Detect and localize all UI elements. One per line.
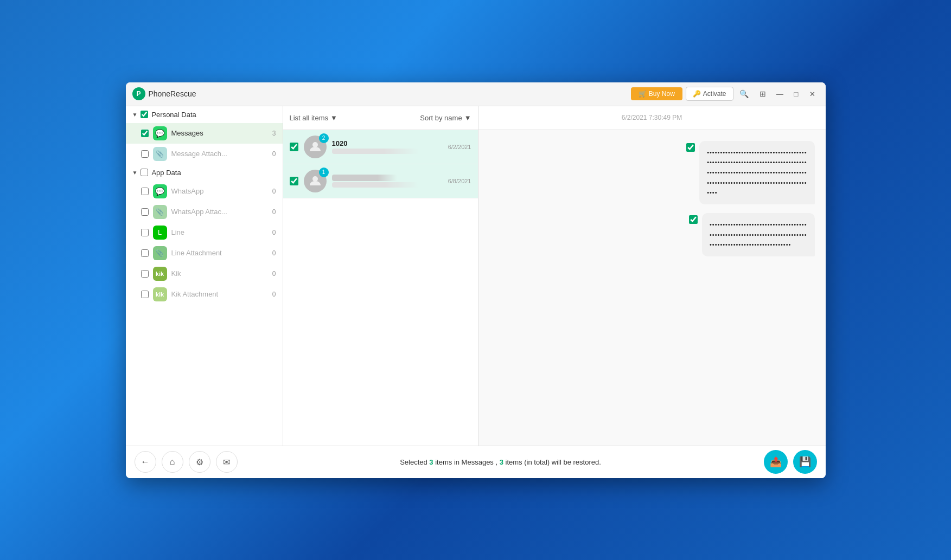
bubble-0: •••••••••••••••••••••••••••••••••••••• •…	[699, 141, 814, 204]
line-attach-count: 0	[267, 249, 276, 257]
bubble-dots-1: ••••••••••••••••••••••••••••••••••••• ••…	[710, 220, 807, 250]
kik-count: 0	[267, 270, 276, 278]
chat-bubble-0-checkbox[interactable]	[686, 143, 695, 152]
chat-bubble-1-checkbox[interactable]	[689, 215, 698, 224]
whatsapp-attach-count: 0	[267, 208, 276, 216]
kik-attach-label: Kik Attachment	[171, 290, 263, 298]
sidebar-item-whatsapp[interactable]: 💬 WhatsApp 0	[126, 181, 283, 202]
titlebar-actions: 🛒 Buy Now 🔑 Activate 🔍 ⊞ — □ ✕	[631, 86, 819, 101]
whatsapp-label: WhatsApp	[171, 187, 263, 195]
search-icon: 🔍	[739, 89, 749, 98]
grid-button[interactable]: ⊞	[755, 86, 770, 101]
count2: 3	[500, 458, 503, 466]
search-button[interactable]: 🔍	[737, 86, 752, 101]
whatsapp-attach-icon: 📎	[153, 205, 167, 219]
app-data-checkbox[interactable]	[141, 169, 148, 176]
back-icon: ←	[141, 457, 150, 467]
personal-data-section-header[interactable]: ▼ Personal Data	[126, 106, 283, 123]
message-item-1-checkbox[interactable]	[290, 177, 298, 185]
messages-icon: 💬	[153, 126, 167, 140]
personal-data-checkbox[interactable]	[141, 111, 148, 118]
sidebar-item-messages[interactable]: 💬 Messages 3	[126, 123, 283, 144]
panel-toolbar: List all items ▼ Sort by name ▼	[283, 106, 478, 130]
sidebar-item-line[interactable]: L Line 0	[126, 222, 283, 243]
minimize-button[interactable]: —	[774, 87, 787, 100]
app-title: PhoneRescue	[149, 89, 196, 98]
app-logo-icon: P	[132, 87, 145, 100]
line-checkbox[interactable]	[141, 229, 149, 236]
middle-panel: List all items ▼ Sort by name ▼	[283, 106, 478, 446]
message-contact-1	[332, 175, 397, 181]
buy-now-button[interactable]: 🛒 Buy Now	[631, 87, 682, 100]
message-contact-0: 1020	[332, 139, 443, 147]
app-data-section-header[interactable]: ▼ App Data	[126, 164, 283, 181]
sidebar: ▼ Personal Data 💬 Messages 3 📎 Message A…	[126, 106, 283, 446]
message-item-0[interactable]: 2 1020 6/2/2021	[283, 130, 478, 164]
right-panel-header: 6/2/2021 7:30:49 PM	[478, 106, 826, 130]
message-item-0-avatar-wrap: 2	[304, 136, 327, 158]
main-content: ▼ Personal Data 💬 Messages 3 📎 Message A…	[126, 106, 826, 446]
app-data-label: App Data	[151, 169, 181, 177]
line-attach-icon: 📎	[153, 246, 167, 260]
chat-bubble-0: •••••••••••••••••••••••••••••••••••••• •…	[686, 141, 814, 204]
back-button[interactable]: ←	[135, 451, 156, 473]
app-logo-area: P PhoneRescue	[132, 87, 631, 100]
message-attach-count: 0	[267, 150, 276, 158]
sidebar-item-line-attach[interactable]: 📎 Line Attachment 0	[126, 243, 283, 263]
message-item-1[interactable]: 1 6/8/2021	[283, 164, 478, 198]
message-item-1-avatar-wrap: 1	[304, 170, 327, 192]
status-bar-text: Selected 3 items in Messages , 3 items (…	[243, 458, 758, 466]
home-icon: ⌂	[170, 457, 175, 467]
close-button[interactable]: ✕	[806, 87, 819, 100]
right-panel: 6/2/2021 7:30:49 PM ••••••••••••••••••••…	[478, 106, 826, 446]
avatar-badge-0: 2	[319, 133, 329, 143]
bottom-bar: ← ⌂ ⚙ ✉ Selected 3 items in Messages , 3…	[126, 446, 826, 478]
kik-attach-checkbox[interactable]	[141, 291, 149, 298]
message-preview-1	[332, 182, 419, 188]
list-all-button[interactable]: List all items ▼	[290, 114, 337, 122]
message-date-1: 6/8/2021	[448, 178, 471, 184]
restore-to-computer-button[interactable]: 💾	[793, 450, 817, 474]
bubble-dots-0: •••••••••••••••••••••••••••••••••••••• •…	[707, 147, 807, 198]
messages-label: Messages	[171, 129, 263, 137]
sort-dropdown-arrow-icon: ▼	[464, 114, 471, 122]
settings-button[interactable]: ⚙	[189, 451, 210, 473]
count1: 3	[429, 458, 433, 466]
sidebar-item-kik-attach[interactable]: kik Kik Attachment 0	[126, 284, 283, 305]
sidebar-item-whatsapp-attach[interactable]: 📎 WhatsApp Attac... 0	[126, 202, 283, 222]
home-button[interactable]: ⌂	[162, 451, 183, 473]
restore-to-computer-icon: 💾	[799, 456, 811, 468]
activate-button[interactable]: 🔑 Activate	[686, 87, 733, 101]
message-preview-0	[332, 149, 419, 154]
kik-checkbox[interactable]	[141, 270, 149, 278]
message-date-0: 6/2/2021	[448, 144, 471, 150]
personal-data-arrow: ▼	[132, 112, 138, 118]
messages-checkbox[interactable]	[141, 130, 149, 137]
message-list: 2 1020 6/2/2021 1	[283, 130, 478, 446]
messages-area: •••••••••••••••••••••••••••••••••••••• •…	[478, 130, 826, 446]
sidebar-item-message-attach[interactable]: 📎 Message Attach... 0	[126, 144, 283, 164]
message-attach-checkbox[interactable]	[141, 150, 149, 158]
message-item-0-checkbox[interactable]	[290, 143, 298, 151]
whatsapp-checkbox[interactable]	[141, 188, 149, 195]
avatar-badge-1: 1	[319, 168, 329, 177]
cart-icon: 🛒	[639, 90, 647, 98]
restore-to-device-button[interactable]: 📤	[764, 450, 788, 474]
line-attach-checkbox[interactable]	[141, 249, 149, 257]
dropdown-arrow-icon: ▼	[330, 114, 337, 122]
titlebar: P PhoneRescue 🛒 Buy Now 🔑 Activate 🔍 ⊞ —…	[126, 82, 826, 106]
restore-button[interactable]: □	[790, 87, 803, 100]
app-window: P PhoneRescue 🛒 Buy Now 🔑 Activate 🔍 ⊞ —…	[126, 82, 826, 478]
sidebar-item-kik[interactable]: kik Kik 0	[126, 263, 283, 284]
line-label: Line	[171, 228, 263, 236]
mail-icon: ✉	[223, 457, 230, 467]
svg-point-1	[312, 176, 318, 182]
grid-icon: ⊞	[759, 89, 766, 98]
sort-by-button[interactable]: Sort by name ▼	[420, 114, 471, 122]
whatsapp-attach-checkbox[interactable]	[141, 208, 149, 216]
line-icon: L	[153, 226, 167, 240]
kik-attach-icon: kik	[153, 287, 167, 301]
mail-button[interactable]: ✉	[216, 451, 238, 473]
whatsapp-count: 0	[267, 188, 276, 195]
kik-icon: kik	[153, 267, 167, 281]
